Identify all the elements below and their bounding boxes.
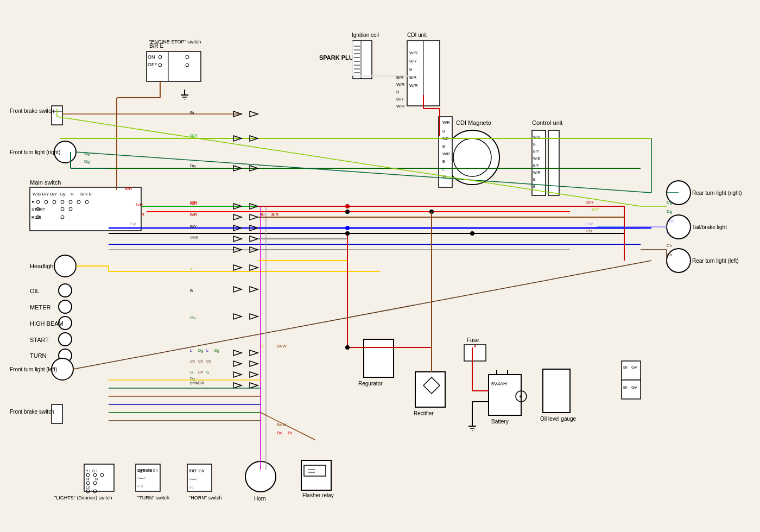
svg-text:Br/: Br/ [277, 430, 283, 435]
svg-text:L/W: L/W [585, 221, 593, 226]
svg-text:Horn: Horn [254, 496, 266, 502]
svg-text:Dg: Dg [190, 163, 195, 168]
svg-text:METER: METER [30, 304, 51, 311]
svg-text:Gy: Gy [130, 221, 136, 226]
svg-text:OFF: OFF [138, 468, 145, 472]
svg-text:Battery: Battery [491, 419, 509, 425]
svg-text:G/Y: G/Y [592, 207, 599, 212]
svg-text:6V4AH: 6V4AH [491, 381, 507, 387]
svg-text:Br: Br [288, 430, 292, 435]
svg-text:B/R: B/R [396, 97, 404, 102]
svg-text:R: R [71, 192, 74, 197]
svg-text:Br: Br [623, 365, 628, 370]
svg-text:B/R: B/R [396, 75, 404, 80]
svg-text:Rear turn light (right): Rear turn light (right) [692, 190, 742, 196]
svg-text:Dg: Dg [198, 349, 203, 353]
svg-point-298 [345, 226, 350, 230]
svg-text:B: B [396, 90, 399, 94]
svg-text:B/R: B/R [125, 186, 132, 191]
svg-text:Br/W: Br/W [190, 381, 199, 385]
svg-text:Dg: Dg [190, 377, 195, 381]
svg-point-79 [59, 300, 72, 313]
svg-text:B: B [442, 144, 445, 148]
svg-text:B/R: B/R [409, 59, 417, 64]
svg-text:Control unit: Control unit [532, 119, 562, 126]
svg-text:B: B [442, 129, 445, 133]
svg-text:Br: Br [190, 110, 194, 115]
svg-text:B/R: B/R [271, 212, 279, 217]
svg-text:"HORN" switch: "HORN" switch [189, 495, 221, 501]
svg-rect-102 [364, 339, 394, 377]
svg-text:Main switch: Main switch [30, 179, 61, 186]
svg-text:L: L [190, 349, 192, 352]
svg-text:"ENGINE STOP" switch: "ENGINE STOP" switch [149, 39, 201, 45]
svg-text:B: B [190, 288, 193, 293]
svg-text:Ch: Ch [586, 229, 592, 233]
svg-text:Regurator: Regurator [358, 381, 383, 387]
svg-text:"LIGHTS" (Dimmer) switch: "LIGHTS" (Dimmer) switch [54, 495, 112, 501]
svg-text:G: G [261, 344, 264, 349]
svg-text:L: L [667, 230, 669, 235]
svg-rect-116 [543, 369, 570, 413]
svg-text:Y: Y [190, 267, 193, 271]
svg-text:N: N [95, 477, 98, 481]
svg-text:L: L [206, 349, 208, 352]
wiring-diagram-svg: B/R E ON OFF "ENGINE STOP" switch SPARK … [0, 0, 760, 532]
svg-text:CDI unit: CDI unit [407, 32, 427, 38]
svg-text:TURN: TURN [30, 352, 47, 359]
svg-text:CDI Magneto: CDI Magneto [456, 119, 491, 126]
svg-text:B: B [533, 178, 536, 181]
svg-text:W/R: W/R [396, 82, 405, 87]
svg-point-257 [345, 231, 350, 236]
svg-text:Br/W: Br/W [277, 422, 287, 427]
svg-text:B: B [409, 67, 412, 72]
svg-text:Lo: Lo [86, 485, 90, 489]
svg-text:B/Y: B/Y [533, 149, 540, 153]
svg-point-83 [59, 333, 72, 346]
svg-text:B: B [533, 142, 536, 146]
svg-text:W/R: W/R [442, 121, 450, 124]
svg-text:B/R: B/R [409, 75, 417, 80]
svg-text:R: R [141, 212, 144, 217]
svg-text:W/R: W/R [409, 83, 418, 88]
svg-text:Br: Br [623, 385, 628, 390]
svg-text:○○: ○○ [189, 485, 193, 489]
svg-text:Ch: Ch [198, 359, 203, 363]
svg-text:G/Y: G/Y [190, 133, 198, 138]
svg-text:B/R: B/R [198, 381, 205, 385]
svg-text:Front turn light (right): Front turn light (right) [10, 149, 60, 155]
svg-text:B/R: B/R [190, 201, 198, 206]
svg-text:Dg: Dg [667, 200, 672, 205]
svg-text:Ch: Ch [190, 359, 195, 363]
svg-text:Front turn light (left): Front turn light (left) [10, 366, 57, 372]
svg-text:Flasher relay: Flasher relay [302, 492, 334, 498]
svg-text:OFF: OFF [148, 62, 157, 67]
svg-text:W/B: W/B [533, 156, 541, 160]
svg-text:○—○: ○—○ [137, 476, 145, 480]
svg-text:Dg: Dg [84, 151, 90, 156]
svg-text:W/B B/Y B/Y: W/B B/Y B/Y [33, 192, 58, 197]
svg-text:Gv: Gv [190, 315, 195, 320]
svg-rect-151 [622, 361, 641, 380]
svg-text:○ ○: ○ ○ [137, 484, 143, 488]
svg-text:B/R: B/R [586, 200, 594, 205]
svg-point-256 [345, 210, 350, 214]
svg-point-260 [345, 345, 350, 350]
svg-text:"TURN" switch: "TURN" switch [137, 495, 169, 501]
svg-text:●: ● [31, 199, 34, 204]
svg-text:Fuse: Fuse [467, 337, 479, 343]
svg-text:Ch: Ch [206, 359, 211, 363]
svg-text:Dg: Dg [84, 159, 90, 164]
svg-text:OFF ON: OFF ON [190, 469, 204, 473]
svg-text:Ignition coil: Ignition coil [352, 32, 379, 38]
svg-text:Dg: Dg [214, 349, 219, 353]
svg-text:B/R B: B/R B [80, 192, 92, 197]
svg-text:B/R: B/R [136, 202, 143, 207]
svg-text:Ch: Ch [667, 252, 672, 257]
svg-text:Y L G L: Y L G L [86, 469, 98, 473]
svg-text:OIL: OIL [30, 288, 40, 294]
svg-point-75 [54, 255, 76, 277]
svg-point-77 [59, 284, 72, 297]
svg-text:B: B [533, 185, 536, 188]
svg-text:Gy: Gy [60, 192, 65, 197]
